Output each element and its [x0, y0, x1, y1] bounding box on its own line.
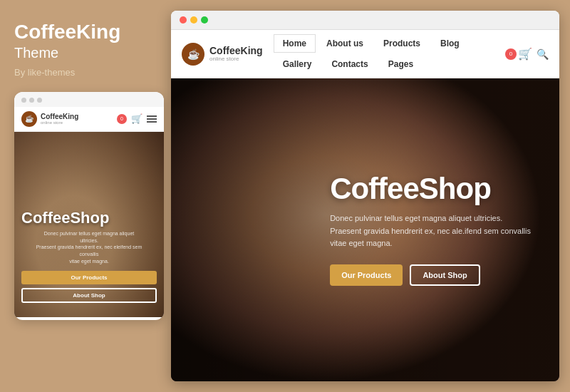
- site-actions: 0 🛒 🔍: [505, 47, 549, 61]
- brand-name: CoffeeKing Theme By like-themes: [14, 21, 157, 78]
- hero-title: CoffeeShop: [330, 174, 531, 204]
- desktop-search-icon[interactable]: 🔍: [537, 48, 549, 60]
- mobile-browser-bar: [14, 92, 164, 107]
- mobile-logo: ☕ CoffeeKing online store: [21, 111, 78, 127]
- desktop-about-shop-button[interactable]: About Shop: [410, 264, 480, 286]
- mobile-cart-count: 0: [117, 114, 127, 124]
- hero-desc-line1: Donec pulvinar tellus eget magna aliquet…: [330, 212, 531, 225]
- mobile-about-shop-button[interactable]: About Shop: [21, 288, 157, 303]
- nav-gallery[interactable]: Gallery: [274, 55, 321, 73]
- mobile-menu-icon[interactable]: [147, 115, 157, 123]
- hero-content: CoffeeShop Donec pulvinar tellus eget ma…: [301, 153, 559, 307]
- mobile-hero-desc: Donec pulvinar tellus eget magna aliquet…: [21, 230, 157, 265]
- mobile-dot-2: [29, 98, 34, 103]
- nav-products[interactable]: Products: [374, 34, 430, 53]
- mobile-logo-name: CoffeeKing: [41, 113, 78, 120]
- mobile-hero: CoffeeShop Donec pulvinar tellus eget ma…: [14, 132, 164, 317]
- hero-cta-buttons: Our Products About Shop: [330, 264, 531, 286]
- site-logo: ☕ CoffeeKing online store: [182, 43, 263, 66]
- mobile-cart-icon[interactable]: 🛒: [131, 113, 142, 124]
- mobile-cta-buttons: Our Products About Shop: [21, 271, 157, 303]
- mobile-hero-title: CoffeeShop: [21, 210, 157, 227]
- hero-desc-line2: Praesent gravida hendrerit ex, nec ale.i…: [330, 225, 531, 238]
- site-hero: CoffeeShop Donec pulvinar tellus eget ma…: [171, 78, 559, 381]
- mobile-dot-1: [21, 98, 26, 103]
- mobile-our-products-button[interactable]: Our Products: [21, 271, 157, 284]
- browser-dot-yellow[interactable]: [190, 16, 197, 24]
- mobile-nav: ☕ CoffeeKing online store 0 🛒: [14, 107, 164, 132]
- mobile-logo-tagline: online store: [41, 120, 78, 125]
- site-navigation: Home About us Products Blog Gallery Cont…: [274, 34, 494, 73]
- nav-pages[interactable]: Pages: [379, 55, 423, 73]
- nav-about-us[interactable]: About us: [317, 34, 373, 53]
- website-content: ☕ CoffeeKing online store Home About us …: [171, 30, 559, 381]
- hero-description: Donec pulvinar tellus eget magna aliquet…: [330, 212, 531, 250]
- site-logo-icon: ☕: [182, 43, 204, 66]
- browser-dot-green[interactable]: [201, 16, 208, 24]
- left-panel: CoffeeKing Theme By like-themes ☕ Coffee…: [0, 0, 171, 392]
- site-logo-name: CoffeeKing: [209, 46, 263, 56]
- site-logo-text: CoffeeKing online store: [209, 46, 263, 62]
- site-logo-tagline: online store: [209, 56, 263, 62]
- right-panel: ☕ CoffeeKing online store Home About us …: [171, 0, 570, 392]
- nav-blog[interactable]: Blog: [431, 34, 469, 53]
- browser-dot-red[interactable]: [180, 16, 187, 24]
- hero-desc-line3: vitae eget magna.: [330, 237, 531, 250]
- nav-home[interactable]: Home: [274, 34, 316, 53]
- mobile-preview: ☕ CoffeeKing online store 0 🛒 CoffeeShop: [14, 92, 164, 320]
- mobile-logo-icon: ☕: [21, 111, 37, 127]
- site-header: ☕ CoffeeKing online store Home About us …: [171, 30, 559, 78]
- desktop-cart-icon[interactable]: 🛒: [518, 47, 532, 61]
- nav-row-2: Gallery Contacts Pages: [274, 55, 494, 73]
- mobile-hero-content: CoffeeShop Donec pulvinar tellus eget ma…: [21, 210, 157, 303]
- desktop-browser-window: ☕ CoffeeKing online store Home About us …: [171, 11, 559, 381]
- desktop-browser-bar: [171, 11, 559, 30]
- mobile-nav-right: 0 🛒: [117, 113, 157, 124]
- mobile-dot-3: [37, 98, 42, 103]
- nav-contacts[interactable]: Contacts: [322, 55, 377, 73]
- nav-row-1: Home About us Products Blog: [274, 34, 494, 53]
- desktop-cart[interactable]: 0 🛒: [505, 47, 532, 61]
- desktop-cart-count: 0: [505, 48, 517, 60]
- desktop-our-products-button[interactable]: Our Products: [330, 264, 403, 286]
